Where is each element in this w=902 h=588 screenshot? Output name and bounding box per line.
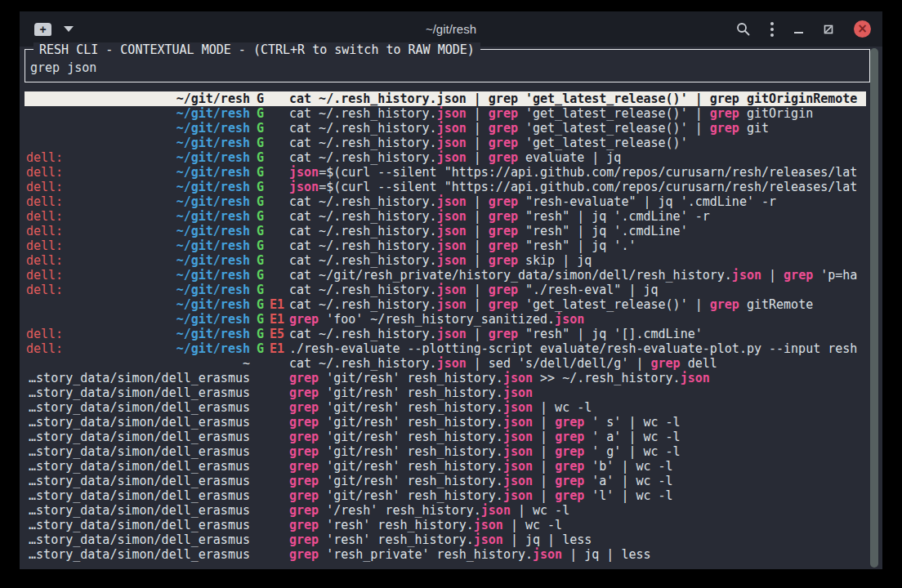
host-label [25, 312, 26, 327]
history-row[interactable]: ~/git/reshGcat ~/.resh_history.json | gr… [25, 136, 866, 150]
history-row[interactable]: …story_data/simon/dell_erasmusgrep 'git/… [25, 400, 866, 415]
command-text: grep 'git/resh' resh_history.json | grep… [289, 459, 866, 474]
match-highlight: grep [489, 253, 518, 268]
history-row[interactable]: …story_data/simon/dell_erasmusgrep 'git/… [25, 459, 866, 474]
host-dir-cell: ~/git/resh [25, 106, 250, 121]
dir-label: ~/git/resh [176, 327, 250, 341]
history-row[interactable]: …story_data/simon/dell_erasmusgrep 'git/… [25, 488, 866, 503]
restore-icon[interactable] [824, 24, 833, 34]
host-label [25, 121, 26, 136]
history-row[interactable]: dell:~/git/reshGcat ~/.resh_history.json… [25, 283, 866, 297]
host-dir-cell: …story_data/simon/dell_erasmus [25, 488, 250, 503]
history-row[interactable]: dell:~/git/reshGcat ~/.resh_history.json… [25, 194, 866, 209]
host-dir-cell: dell:~/git/resh [25, 194, 250, 209]
command-text: cat ~/.resh_history.json | grep 'get_lat… [289, 91, 866, 106]
host-dir-cell: …story_data/simon/dell_erasmus [25, 400, 250, 415]
match-highlight: grep [555, 474, 584, 488]
dir-label: …story_data/simon/dell_erasmus [29, 430, 250, 444]
host-dir-cell: …story_data/simon/dell_erasmus [25, 503, 250, 518]
match-highlight: json [437, 121, 467, 136]
history-row[interactable]: …story_data/simon/dell_erasmusgrep 'resh… [25, 547, 866, 562]
menu-kebab-icon[interactable] [770, 22, 774, 37]
command-text: grep 'git/resh' resh_history.json | wc -… [289, 400, 866, 415]
history-row[interactable]: dell:~/git/reshGcat ~/git/resh_private/h… [25, 268, 866, 283]
host-label [25, 91, 26, 106]
history-row[interactable]: dell:~/git/reshGcat ~/.resh_history.json… [25, 209, 866, 224]
flags-cell: G [250, 283, 289, 297]
history-row[interactable]: …story_data/simon/dell_erasmusgrep 'git/… [25, 430, 866, 444]
close-icon[interactable]: × [854, 20, 871, 38]
match-highlight: json [437, 209, 467, 224]
dir-label: ~/git/resh [176, 121, 250, 136]
history-row[interactable]: ~/git/reshGcat ~/.resh_history.json | gr… [25, 91, 866, 106]
flag-badge: G [257, 194, 264, 209]
history-row[interactable]: ~/git/reshGE1cat ~/.resh_history.json | … [25, 297, 866, 312]
host-dir-cell: dell:~/git/resh [25, 224, 250, 238]
match-highlight: json [474, 532, 503, 547]
terminal-screen: RESH CLI - CONTEXTUAL MODE - (CTRL+R to … [20, 47, 882, 569]
history-row[interactable]: …story_data/simon/dell_erasmusgrep '/res… [25, 503, 866, 518]
history-row[interactable]: …story_data/simon/dell_erasmusgrep 'git/… [25, 371, 866, 385]
match-highlight: json [437, 194, 467, 209]
flag-badge: G [257, 268, 264, 283]
minimize-icon[interactable] [794, 32, 803, 33]
match-highlight: json [503, 474, 533, 488]
history-row[interactable]: dell:~/git/reshGjson=$(curl --silent "ht… [25, 180, 866, 194]
history-row[interactable]: ~/git/reshGE1grep 'foo' ~/resh_history_s… [25, 312, 866, 327]
command-text: grep 'foo' ~/resh_history_sanitized.json [289, 312, 866, 327]
match-highlight: grep [555, 430, 584, 444]
flag-badge: G [257, 150, 264, 165]
search-icon[interactable] [736, 22, 750, 36]
dir-label: …story_data/simon/dell_erasmus [29, 474, 250, 488]
command-text: cat ~/.resh_history.json | grep 'get_lat… [289, 106, 866, 121]
history-row[interactable]: ~/git/reshGcat ~/.resh_history.json | gr… [25, 106, 866, 121]
command-text: cat ~/.resh_history.json | grep evaluate… [289, 150, 866, 165]
match-highlight: json [503, 488, 533, 503]
dir-label: …story_data/simon/dell_erasmus [29, 518, 250, 532]
history-row[interactable]: …story_data/simon/dell_erasmusgrep 'git/… [25, 474, 866, 488]
flag-badge: G [257, 209, 264, 224]
history-row[interactable]: dell:~/git/reshGE5cat ~/.resh_history.js… [25, 327, 866, 341]
history-row[interactable]: dell:~/git/reshGcat ~/.resh_history.json… [25, 253, 866, 268]
match-highlight: json [503, 371, 533, 385]
flags-cell [250, 547, 289, 562]
match-highlight: grep [289, 385, 319, 400]
match-highlight: json [503, 444, 533, 459]
dir-label: ~/git/resh [176, 136, 250, 150]
history-row[interactable]: ~/git/reshGcat ~/.resh_history.json | gr… [25, 121, 866, 136]
match-highlight: grep [489, 224, 518, 238]
history-row[interactable]: dell:~/git/reshGcat ~/.resh_history.json… [25, 224, 866, 238]
dir-label: ~/git/resh [176, 238, 250, 253]
match-highlight: grep [555, 415, 584, 430]
match-highlight: grep [489, 106, 518, 121]
command-text: cat ~/.resh_history.json | grep 'get_lat… [289, 136, 866, 150]
dir-label: ~/git/resh [176, 165, 250, 180]
history-row[interactable]: …story_data/simon/dell_erasmusgrep 'git/… [25, 444, 866, 459]
dir-label: ~/git/resh [176, 268, 250, 283]
history-row[interactable]: dell:~/git/reshGcat ~/.resh_history.json… [25, 150, 866, 165]
host-dir-cell: …story_data/simon/dell_erasmus [25, 371, 250, 385]
flags-cell: GE5 [250, 327, 289, 341]
history-row[interactable]: …story_data/simon/dell_erasmusgrep 'resh… [25, 532, 866, 547]
history-row[interactable]: ~cat ~/.resh_history.json | sed 's/dell/… [25, 356, 866, 371]
host-dir-cell: dell:~/git/resh [25, 165, 250, 180]
history-row[interactable]: dell:~/git/reshGE1./resh-evaluate --plot… [25, 341, 866, 356]
match-highlight: json [503, 430, 533, 444]
history-row[interactable]: …story_data/simon/dell_erasmusgrep 'git/… [25, 385, 866, 400]
history-row[interactable]: …story_data/simon/dell_erasmusgrep 'resh… [25, 518, 866, 532]
history-row[interactable]: dell:~/git/reshGjson=$(curl --silent "ht… [25, 165, 866, 180]
titlebar-right: × [736, 11, 871, 47]
match-highlight: json [437, 136, 467, 150]
flags-cell: GE1 [250, 341, 289, 356]
host-dir-cell: ~/git/resh [25, 121, 250, 136]
match-highlight: json [437, 356, 467, 371]
host-dir-cell: ~/git/resh [25, 297, 250, 312]
match-highlight: grep [289, 459, 319, 474]
scrollbar-thumb[interactable] [870, 48, 878, 568]
match-highlight: grep [489, 297, 518, 312]
dir-label: …story_data/simon/dell_erasmus [29, 444, 250, 459]
history-row[interactable]: dell:~/git/reshGcat ~/.resh_history.json… [25, 238, 866, 253]
match-highlight: json [474, 518, 503, 532]
command-text: grep 'git/resh' resh_history.json | grep… [289, 488, 866, 503]
history-row[interactable]: …story_data/simon/dell_erasmusgrep 'git/… [25, 415, 866, 430]
